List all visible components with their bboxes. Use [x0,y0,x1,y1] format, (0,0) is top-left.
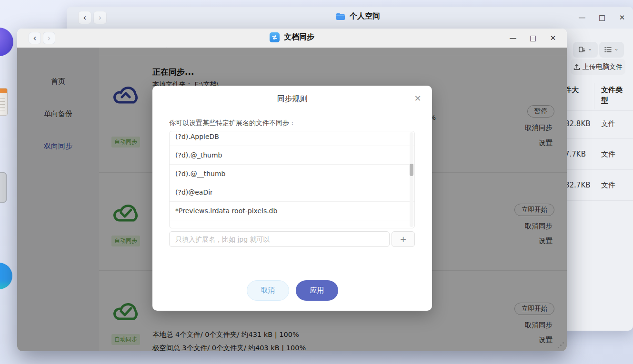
chevron-down-icon: ⌄ [588,46,592,52]
column-header-type: 文件类型 [601,85,625,106]
file-type: 文件 [601,150,625,159]
doc-sync-window: 首页 单向备份 双向同步 备份完成时间： 2022-10-03 11:24:15… [17,29,567,351]
sort-icon [579,47,585,53]
apply-button[interactable]: 应用 [296,280,338,301]
personal-space-title-group: 个人空间 [336,11,380,21]
file-type: 文件 [601,181,625,190]
list-item: *Previews.lrdata root-pixels.db [170,202,414,220]
upload-label: 上传电脑文件 [583,63,623,71]
sync-rules-dialog: 同步规则 ✕ 你可以设置某些特定扩展名的文件不同步： (?d).AppleDB … [152,86,432,311]
extension-input[interactable] [169,231,390,247]
chevron-down-icon: ⌄ [614,46,618,52]
dialog-hint: 你可以设置某些特定扩展名的文件不同步： [169,119,296,128]
add-extension-button[interactable]: + [392,231,415,247]
desktop-icon-calculator-app[interactable] [0,172,7,203]
desktop-icon-notes-app[interactable] [0,88,8,116]
minimize-button[interactable]: — [509,34,517,42]
doc-sync-title-group: 文档同步 [17,32,567,42]
file-size: 82.8KB [565,119,595,128]
maximize-button[interactable]: □ [598,13,606,22]
window-controls: — □ ✕ [509,29,557,48]
notes-icon-header [0,89,7,93]
sync-app-icon [270,32,280,42]
scrollbar-thumb[interactable] [410,164,413,176]
window-title: 文档同步 [284,32,314,42]
list-view-icon [604,47,612,53]
column-divider [594,83,594,109]
upload-icon [573,64,580,70]
personal-space-titlebar: ‹ › 个人空间 — □ ✕ [67,7,633,29]
back-button[interactable]: ‹ [78,11,91,24]
file-type: 文件 [601,119,625,128]
scrollbar-track[interactable] [410,132,413,227]
minimize-button[interactable]: — [578,13,586,22]
dialog-title: 同步规则 [152,94,432,104]
list-item: (?d).@_thumb [170,146,414,165]
upload-computer-files-button[interactable]: 上传电脑文件 [571,59,625,75]
desktop-icon-blue-app[interactable] [0,263,12,289]
view-dropdown-button[interactable]: ⌄ [599,42,624,58]
excluded-extensions-list: (?d).AppleDB (?d).@_thumb (?d).@__thumb … [169,131,415,228]
sort-dropdown-button[interactable]: ⌄ [573,42,598,58]
notes-icon-lines [0,96,5,113]
folder-icon [336,13,345,20]
file-size: 7.7KB [565,150,595,158]
file-size: 82.7KB [565,181,595,189]
list-item: (?d).AppleDB [170,131,414,146]
list-item: · · [170,220,414,228]
cancel-button[interactable]: 取消 [247,280,289,301]
window-controls: — □ ✕ [578,7,626,29]
forward-button[interactable]: › [93,11,107,24]
window-title: 个人空间 [350,11,380,21]
close-icon[interactable]: ✕ [413,93,422,103]
close-button[interactable]: ✕ [618,13,626,22]
desktop-icon-purple-app[interactable] [0,28,13,56]
list-item: (?d).@__thumb [170,165,414,183]
list-item: (?d)@eaDir [170,183,414,202]
maximize-button[interactable]: □ [529,34,537,42]
doc-sync-titlebar: ‹ › 文档同步 — □ ✕ [17,29,567,48]
close-button[interactable]: ✕ [549,34,557,42]
